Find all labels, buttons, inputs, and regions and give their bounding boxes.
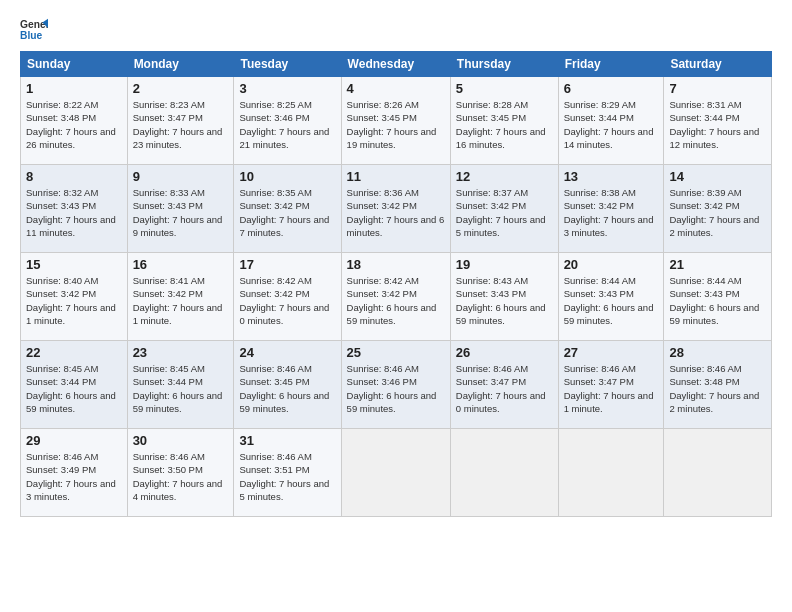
calendar-cell: 20Sunrise: 8:44 AMSunset: 3:43 PMDayligh… bbox=[558, 253, 664, 341]
day-number: 20 bbox=[564, 257, 659, 272]
col-header-saturday: Saturday bbox=[664, 52, 772, 77]
calendar-cell: 13Sunrise: 8:38 AMSunset: 3:42 PMDayligh… bbox=[558, 165, 664, 253]
day-info: Sunrise: 8:22 AMSunset: 3:48 PMDaylight:… bbox=[26, 99, 116, 150]
svg-text:General: General bbox=[20, 19, 48, 30]
day-number: 5 bbox=[456, 81, 553, 96]
calendar-week-row: 29Sunrise: 8:46 AMSunset: 3:49 PMDayligh… bbox=[21, 429, 772, 517]
day-info: Sunrise: 8:46 AMSunset: 3:47 PMDaylight:… bbox=[456, 363, 546, 414]
day-info: Sunrise: 8:46 AMSunset: 3:45 PMDaylight:… bbox=[239, 363, 329, 414]
calendar-cell: 11Sunrise: 8:36 AMSunset: 3:42 PMDayligh… bbox=[341, 165, 450, 253]
calendar-cell: 24Sunrise: 8:46 AMSunset: 3:45 PMDayligh… bbox=[234, 341, 341, 429]
calendar-cell: 9Sunrise: 8:33 AMSunset: 3:43 PMDaylight… bbox=[127, 165, 234, 253]
day-number: 27 bbox=[564, 345, 659, 360]
svg-text:Blue: Blue bbox=[20, 30, 43, 41]
day-number: 13 bbox=[564, 169, 659, 184]
day-number: 9 bbox=[133, 169, 229, 184]
day-info: Sunrise: 8:46 AMSunset: 3:50 PMDaylight:… bbox=[133, 451, 223, 502]
calendar-cell bbox=[341, 429, 450, 517]
calendar-body: 1Sunrise: 8:22 AMSunset: 3:48 PMDaylight… bbox=[21, 77, 772, 517]
logo: General Blue bbox=[20, 15, 48, 43]
header: General Blue bbox=[20, 15, 772, 43]
day-number: 15 bbox=[26, 257, 122, 272]
day-info: Sunrise: 8:37 AMSunset: 3:42 PMDaylight:… bbox=[456, 187, 546, 238]
day-number: 17 bbox=[239, 257, 335, 272]
day-number: 16 bbox=[133, 257, 229, 272]
day-info: Sunrise: 8:44 AMSunset: 3:43 PMDaylight:… bbox=[564, 275, 654, 326]
day-number: 12 bbox=[456, 169, 553, 184]
day-info: Sunrise: 8:28 AMSunset: 3:45 PMDaylight:… bbox=[456, 99, 546, 150]
calendar-cell: 26Sunrise: 8:46 AMSunset: 3:47 PMDayligh… bbox=[450, 341, 558, 429]
day-number: 23 bbox=[133, 345, 229, 360]
logo-icon: General Blue bbox=[20, 15, 48, 43]
calendar-header-row: SundayMondayTuesdayWednesdayThursdayFrid… bbox=[21, 52, 772, 77]
day-number: 7 bbox=[669, 81, 766, 96]
day-number: 10 bbox=[239, 169, 335, 184]
day-info: Sunrise: 8:23 AMSunset: 3:47 PMDaylight:… bbox=[133, 99, 223, 150]
col-header-monday: Monday bbox=[127, 52, 234, 77]
calendar-cell: 2Sunrise: 8:23 AMSunset: 3:47 PMDaylight… bbox=[127, 77, 234, 165]
calendar-cell: 23Sunrise: 8:45 AMSunset: 3:44 PMDayligh… bbox=[127, 341, 234, 429]
calendar-cell: 4Sunrise: 8:26 AMSunset: 3:45 PMDaylight… bbox=[341, 77, 450, 165]
calendar-cell: 28Sunrise: 8:46 AMSunset: 3:48 PMDayligh… bbox=[664, 341, 772, 429]
day-info: Sunrise: 8:44 AMSunset: 3:43 PMDaylight:… bbox=[669, 275, 759, 326]
day-number: 1 bbox=[26, 81, 122, 96]
calendar-cell bbox=[558, 429, 664, 517]
calendar-cell: 3Sunrise: 8:25 AMSunset: 3:46 PMDaylight… bbox=[234, 77, 341, 165]
day-number: 25 bbox=[347, 345, 445, 360]
day-number: 22 bbox=[26, 345, 122, 360]
day-number: 8 bbox=[26, 169, 122, 184]
calendar-week-row: 22Sunrise: 8:45 AMSunset: 3:44 PMDayligh… bbox=[21, 341, 772, 429]
day-info: Sunrise: 8:46 AMSunset: 3:48 PMDaylight:… bbox=[669, 363, 759, 414]
calendar: SundayMondayTuesdayWednesdayThursdayFrid… bbox=[20, 51, 772, 517]
calendar-cell: 10Sunrise: 8:35 AMSunset: 3:42 PMDayligh… bbox=[234, 165, 341, 253]
calendar-cell: 22Sunrise: 8:45 AMSunset: 3:44 PMDayligh… bbox=[21, 341, 128, 429]
day-info: Sunrise: 8:46 AMSunset: 3:51 PMDaylight:… bbox=[239, 451, 329, 502]
day-info: Sunrise: 8:31 AMSunset: 3:44 PMDaylight:… bbox=[669, 99, 759, 150]
col-header-sunday: Sunday bbox=[21, 52, 128, 77]
day-number: 18 bbox=[347, 257, 445, 272]
day-info: Sunrise: 8:29 AMSunset: 3:44 PMDaylight:… bbox=[564, 99, 654, 150]
day-number: 31 bbox=[239, 433, 335, 448]
calendar-cell: 12Sunrise: 8:37 AMSunset: 3:42 PMDayligh… bbox=[450, 165, 558, 253]
day-info: Sunrise: 8:46 AMSunset: 3:46 PMDaylight:… bbox=[347, 363, 437, 414]
calendar-cell: 29Sunrise: 8:46 AMSunset: 3:49 PMDayligh… bbox=[21, 429, 128, 517]
calendar-cell: 5Sunrise: 8:28 AMSunset: 3:45 PMDaylight… bbox=[450, 77, 558, 165]
day-number: 24 bbox=[239, 345, 335, 360]
calendar-cell: 17Sunrise: 8:42 AMSunset: 3:42 PMDayligh… bbox=[234, 253, 341, 341]
calendar-cell: 27Sunrise: 8:46 AMSunset: 3:47 PMDayligh… bbox=[558, 341, 664, 429]
day-info: Sunrise: 8:43 AMSunset: 3:43 PMDaylight:… bbox=[456, 275, 546, 326]
calendar-week-row: 8Sunrise: 8:32 AMSunset: 3:43 PMDaylight… bbox=[21, 165, 772, 253]
calendar-week-row: 15Sunrise: 8:40 AMSunset: 3:42 PMDayligh… bbox=[21, 253, 772, 341]
day-info: Sunrise: 8:26 AMSunset: 3:45 PMDaylight:… bbox=[347, 99, 437, 150]
calendar-cell: 18Sunrise: 8:42 AMSunset: 3:42 PMDayligh… bbox=[341, 253, 450, 341]
calendar-cell: 30Sunrise: 8:46 AMSunset: 3:50 PMDayligh… bbox=[127, 429, 234, 517]
calendar-cell: 25Sunrise: 8:46 AMSunset: 3:46 PMDayligh… bbox=[341, 341, 450, 429]
day-info: Sunrise: 8:39 AMSunset: 3:42 PMDaylight:… bbox=[669, 187, 759, 238]
day-info: Sunrise: 8:42 AMSunset: 3:42 PMDaylight:… bbox=[347, 275, 437, 326]
calendar-cell: 31Sunrise: 8:46 AMSunset: 3:51 PMDayligh… bbox=[234, 429, 341, 517]
day-number: 11 bbox=[347, 169, 445, 184]
day-number: 4 bbox=[347, 81, 445, 96]
day-info: Sunrise: 8:35 AMSunset: 3:42 PMDaylight:… bbox=[239, 187, 329, 238]
calendar-cell bbox=[450, 429, 558, 517]
calendar-cell: 21Sunrise: 8:44 AMSunset: 3:43 PMDayligh… bbox=[664, 253, 772, 341]
day-number: 30 bbox=[133, 433, 229, 448]
day-info: Sunrise: 8:46 AMSunset: 3:47 PMDaylight:… bbox=[564, 363, 654, 414]
day-number: 3 bbox=[239, 81, 335, 96]
day-info: Sunrise: 8:32 AMSunset: 3:43 PMDaylight:… bbox=[26, 187, 116, 238]
col-header-wednesday: Wednesday bbox=[341, 52, 450, 77]
calendar-cell: 8Sunrise: 8:32 AMSunset: 3:43 PMDaylight… bbox=[21, 165, 128, 253]
day-info: Sunrise: 8:46 AMSunset: 3:49 PMDaylight:… bbox=[26, 451, 116, 502]
calendar-cell bbox=[664, 429, 772, 517]
col-header-thursday: Thursday bbox=[450, 52, 558, 77]
calendar-cell: 15Sunrise: 8:40 AMSunset: 3:42 PMDayligh… bbox=[21, 253, 128, 341]
day-info: Sunrise: 8:25 AMSunset: 3:46 PMDaylight:… bbox=[239, 99, 329, 150]
day-number: 28 bbox=[669, 345, 766, 360]
day-info: Sunrise: 8:41 AMSunset: 3:42 PMDaylight:… bbox=[133, 275, 223, 326]
day-number: 21 bbox=[669, 257, 766, 272]
calendar-cell: 1Sunrise: 8:22 AMSunset: 3:48 PMDaylight… bbox=[21, 77, 128, 165]
calendar-cell: 16Sunrise: 8:41 AMSunset: 3:42 PMDayligh… bbox=[127, 253, 234, 341]
day-number: 26 bbox=[456, 345, 553, 360]
calendar-cell: 19Sunrise: 8:43 AMSunset: 3:43 PMDayligh… bbox=[450, 253, 558, 341]
day-info: Sunrise: 8:45 AMSunset: 3:44 PMDaylight:… bbox=[26, 363, 116, 414]
